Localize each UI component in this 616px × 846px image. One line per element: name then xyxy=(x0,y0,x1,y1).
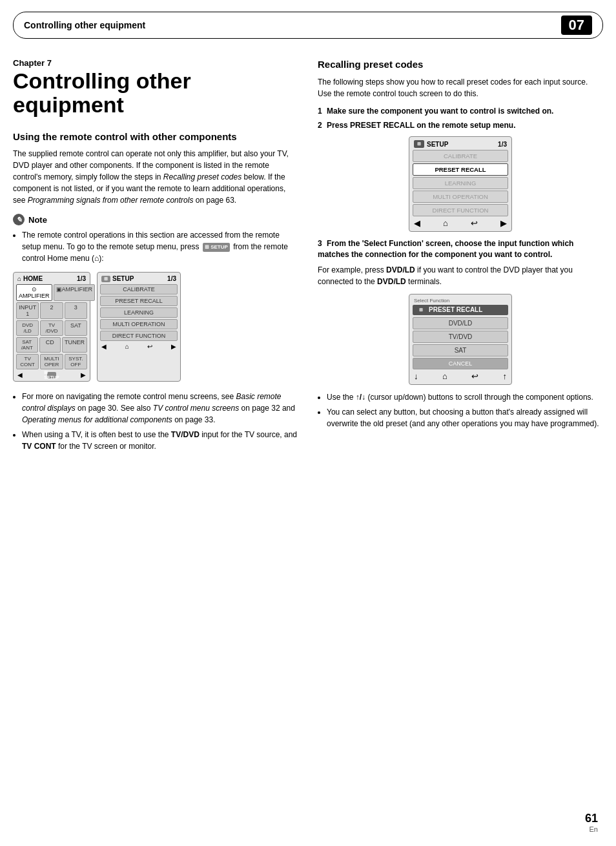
select-screen-title: Select Function xyxy=(413,298,508,304)
setup-icon-2: ⊞ xyxy=(414,140,424,148)
select-row-cancel: CANCEL xyxy=(413,358,508,369)
header-bar: Controlling other equipment 07 xyxy=(13,12,603,39)
bullet-item-1: For more on navigating the remote contro… xyxy=(22,391,298,426)
lcd-cell-tuner: TUNER xyxy=(62,337,87,353)
step-3-body: For example, press DVD/LD if you want to… xyxy=(318,264,603,287)
chapter-label: Chapter 7 xyxy=(13,58,298,68)
page-footer: 61 En xyxy=(585,812,598,833)
lcd-setup-left-arrow: ◀ xyxy=(101,343,107,350)
lcd-left-arrow: ◀ xyxy=(17,371,23,378)
lcd-direct-function: DIRECT FUNCTION xyxy=(100,331,178,341)
right-bullets: Use the ↑/↓ (cursor up/down) buttons to … xyxy=(318,391,603,429)
chapter-title: Controlling other equipment xyxy=(13,69,298,118)
note-label: Note xyxy=(28,215,47,225)
lcd-setup-page: 1/3 xyxy=(167,275,176,282)
setup-row-direct-fn: DIRECT FUNCTION xyxy=(413,204,508,216)
left-section-heading: Using the remote control with other comp… xyxy=(13,130,298,143)
step-1-num: 1 xyxy=(318,107,322,116)
note-icon: ✎ xyxy=(13,214,25,225)
step-2: 2 Press PRESET RECALL on the remote setu… xyxy=(318,120,603,131)
right-column: Recalling preset codes The following ste… xyxy=(318,58,603,457)
lcd-setup-right-arrow: ▶ xyxy=(171,343,176,350)
setup-screen-2-page: 1/3 xyxy=(498,141,507,148)
lcd-home-title: HOME xyxy=(23,275,43,282)
note-header: ✎ Note xyxy=(13,214,298,225)
setup-screen-2: ⊞ SETUP 1/3 CALIBRATE PRESET RECALL LEAR… xyxy=(409,136,512,232)
lcd-cell-sat2: SAT/ANT xyxy=(16,337,38,353)
header-title: Controlling other equipment xyxy=(24,20,145,30)
setup-row-preset-recall: PRESET RECALL xyxy=(413,163,508,176)
select-footer-back: ↩ xyxy=(471,371,478,381)
home-icon-inline: ⌂ xyxy=(94,254,99,263)
lcd-calibrate: CALIBRATE xyxy=(100,284,178,294)
lcd-home-footer-icon: ⌂ xyxy=(125,343,129,350)
lcd-row-amplifier: ⊙ AMPLIFIER ▣AMPLIFIER xyxy=(16,284,87,301)
select-header-icon: ⊞ xyxy=(416,306,426,314)
lcd-row-input: INPUT 1 2 3 xyxy=(16,302,87,319)
setup-row-learning: LEARNING xyxy=(413,177,508,189)
lcd-cell-multiop: MULTIOPER xyxy=(40,354,63,369)
lcd-preset-recall: PRESET RECALL xyxy=(100,296,178,306)
select-row-sat: SAT xyxy=(413,344,508,356)
lcd-cell-input3: 3 xyxy=(65,302,87,319)
page-number: 61 xyxy=(585,812,598,825)
setup-footer-home: ⌂ xyxy=(443,218,448,228)
lcd-cell-amplifier1: ⊙ AMPLIFIER xyxy=(16,284,52,301)
lcd-setup-title: SETUP xyxy=(112,275,134,282)
lcd-cell-tvcont: TVCONT xyxy=(16,354,39,369)
setup-lcd-screen: ⊞ SETUP 1/3 CALIBRATE PRESET RECALL LEAR… xyxy=(97,272,181,382)
left-bullets: For more on navigating the remote contro… xyxy=(13,391,298,452)
setup-screen-2-title: SETUP xyxy=(427,141,448,148)
home-icon: ⌂ xyxy=(17,275,21,282)
setup-screen-2-header: ⊞ SETUP 1/3 xyxy=(413,140,508,148)
step-3-text: From the 'Select Function' screen, choos… xyxy=(318,239,573,259)
select-row-tvdvd: TV/DVD xyxy=(413,331,508,343)
lcd-learning: LEARNING xyxy=(100,307,178,318)
select-footer-up: ↑ xyxy=(502,371,507,381)
setup-footer-right: ▶ xyxy=(500,218,507,228)
lcd-row-tvcont: TVCONT MULTIOPER SYST.OFF xyxy=(16,354,87,369)
note-content: The remote control operations in this se… xyxy=(13,229,298,264)
setup-footer-back: ↩ xyxy=(471,218,478,228)
bullet-item-2: When using a TV, it is often best to use… xyxy=(22,429,298,452)
chapter-number: 07 xyxy=(561,15,592,35)
remote-screens-container: ⌂ HOME 1/3 ⊙ AMPLIFIER ▣AMPLIFIER INPUT … xyxy=(13,272,298,382)
lcd-right-arrow: ▶ xyxy=(81,371,86,378)
home-lcd-screen: ⌂ HOME 1/3 ⊙ AMPLIFIER ▣AMPLIFIER INPUT … xyxy=(13,272,90,382)
step-1: 1 Make sure the component you want to co… xyxy=(318,106,603,117)
lcd-cell-dvd: DVD/LD xyxy=(16,320,39,336)
lcd-home-page: 1/3 xyxy=(77,275,86,282)
setup-btn-inline: ⊞ SETUP xyxy=(203,243,230,252)
lcd-setup-footer: ◀ ⌂ ↩ ▶ xyxy=(100,343,178,350)
right-bullet-2: You can select any button, but choosing … xyxy=(327,406,603,429)
setup-row-multi-op: MULTI OPERATION xyxy=(413,191,508,203)
lcd-cell-input1: INPUT 1 xyxy=(16,302,39,319)
step-2-text: Press PRESET RECALL on the remote setup … xyxy=(327,121,516,130)
lcd-home-header: ⌂ HOME 1/3 xyxy=(16,275,87,282)
lcd-multi-operation: MULTI OPERATION xyxy=(100,319,178,329)
left-body-text: The supplied remote control can operate … xyxy=(13,148,298,206)
setup-row-calibrate: CALIBRATE xyxy=(413,150,508,162)
lcd-back-icon: ↩ xyxy=(147,343,152,350)
lcd-home-footer: ◀ ⊞ SETUP ▶ xyxy=(16,371,87,378)
right-bullet-1: Use the ↑/↓ (cursor up/down) buttons to … xyxy=(327,391,603,403)
right-intro: The following steps show you how to reca… xyxy=(318,76,603,99)
lcd-row-sat: SAT/ANT CD TUNER xyxy=(16,337,87,353)
note-box: ✎ Note The remote control operations in … xyxy=(13,214,298,264)
lcd-cell-sat: SAT xyxy=(65,320,87,336)
lcd-setup-icon: ⊞ SETUP xyxy=(47,372,56,378)
select-function-screen: Select Function ⊞ PRESET RECALL DVD/LD T… xyxy=(409,294,512,385)
page-lang: En xyxy=(585,825,598,833)
step-1-text: Make sure the component you want to cont… xyxy=(327,107,553,116)
lcd-cell-cd: CD xyxy=(39,337,61,353)
main-content: Chapter 7 Controlling other equipment Us… xyxy=(13,58,603,457)
select-footer-home: ⌂ xyxy=(442,371,447,381)
select-footer-down: ↓ xyxy=(414,371,418,381)
lcd-cell-input2: 2 xyxy=(40,302,63,319)
setup-footer-left: ◀ xyxy=(414,218,420,228)
setup-header-icon: ⊞ xyxy=(101,276,110,282)
step-3: 3 From the 'Select Function' screen, cho… xyxy=(318,238,603,260)
select-screen-footer: ↓ ⌂ ↩ ↑ xyxy=(413,371,508,381)
lcd-cell-sysoff: SYST.OFF xyxy=(65,354,87,369)
lcd-setup-header: ⊞ SETUP 1/3 xyxy=(100,275,178,282)
